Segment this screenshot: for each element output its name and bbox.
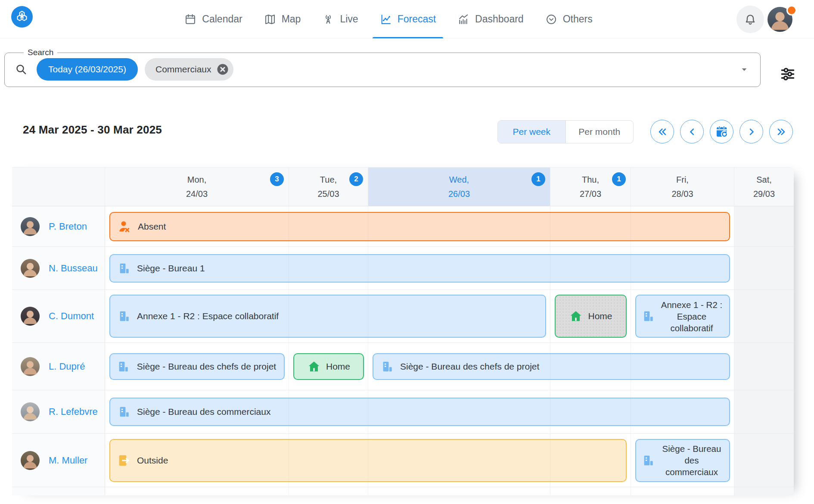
bell-icon: [743, 12, 758, 27]
chip-commerciaux[interactable]: Commerciaux: [145, 58, 233, 81]
chevron-down-circle-icon: [545, 13, 557, 25]
tab-forecast[interactable]: Forecast: [369, 0, 447, 38]
avatar: [21, 259, 40, 278]
tab-dashboard[interactable]: Dashboard: [447, 0, 534, 38]
schedule-bar-office[interactable]: Siège - Bureau des chefs de projet: [109, 353, 285, 380]
first-page-button[interactable]: [650, 120, 674, 143]
chip-label: Commerciaux: [155, 64, 211, 75]
employee-cell: N. Busseau: [12, 247, 105, 289]
search-field[interactable]: Search Today (26/03/2025) Commerciaux: [4, 50, 761, 87]
building-icon: [117, 405, 131, 419]
building-icon: [641, 454, 655, 467]
person-absent-icon: [117, 219, 132, 234]
per-month-button[interactable]: Per month: [566, 121, 634, 143]
day-header-wed-today[interactable]: Wed, 26/03 1: [368, 168, 550, 206]
first-page-icon: [656, 126, 668, 138]
weekend-cell: [734, 290, 794, 342]
advanced-filters-button[interactable]: [778, 65, 797, 84]
per-week-button[interactable]: Per week: [498, 121, 566, 143]
avatar: [21, 402, 40, 421]
notifications-button[interactable]: [736, 6, 764, 33]
employee-link[interactable]: C. Dumont: [49, 311, 94, 322]
tab-others[interactable]: Others: [534, 0, 603, 38]
exit-icon: [117, 454, 131, 467]
home-icon: [307, 360, 321, 373]
schedule-row: N. Busseau Siège - Bureau 1: [12, 247, 794, 290]
employee-cell: R. Lefebvre: [12, 390, 105, 433]
day-cell: [631, 487, 734, 495]
employee-cell: [12, 487, 105, 495]
chip-today[interactable]: Today (26/03/2025): [37, 58, 138, 81]
schedule-bar-home[interactable]: Home: [293, 353, 364, 380]
bar-label: Annexe 1 - R2 : Espace collaboratif: [137, 311, 279, 321]
building-icon: [116, 360, 130, 373]
schedule-bar-office[interactable]: Siège - Bureau 1: [109, 254, 730, 283]
tab-label: Others: [563, 13, 593, 25]
tab-calendar[interactable]: Calendar: [174, 0, 253, 38]
schedule-bar-office[interactable]: Siège - Bureau des chefs de projet: [373, 353, 730, 380]
day-header-tue[interactable]: Tue, 25/03 2: [289, 168, 368, 206]
schedule-bar-office[interactable]: Annexe 1 - R2 : Espace collaboratif: [109, 295, 546, 338]
avatar: [21, 357, 40, 376]
bar-label: Home: [326, 361, 350, 372]
avatar: [21, 307, 40, 326]
map-icon: [264, 13, 276, 25]
bar-label: Absent: [138, 221, 166, 232]
chip-remove-icon[interactable]: [216, 63, 229, 76]
tab-live[interactable]: Live: [311, 0, 369, 38]
day-count-badge: 1: [612, 172, 626, 186]
day-header-thu[interactable]: Thu, 27/03 1: [550, 168, 631, 206]
last-page-button[interactable]: [769, 120, 793, 143]
schedule-bar-office[interactable]: Siège - Bureau des commerciaux: [635, 439, 730, 482]
building-icon: [641, 309, 655, 323]
home-icon: [569, 309, 583, 323]
employee-cell: C. Dumont: [12, 290, 105, 342]
day-cell: [550, 487, 631, 495]
building-icon: [117, 309, 131, 323]
employee-link[interactable]: N. Busseau: [49, 263, 98, 274]
schedule-bar-office[interactable]: Siège - Bureau des commerciaux: [109, 398, 730, 426]
weekend-cell: [734, 434, 794, 487]
date-pager: [650, 120, 793, 143]
employee-cell: M. Muller: [12, 434, 105, 487]
top-nav: Calendar Map Live: [0, 0, 814, 38]
next-week-button[interactable]: [739, 120, 763, 143]
employee-link[interactable]: P. Breton: [49, 221, 87, 232]
view-toggle: Per week Per month: [497, 120, 634, 143]
building-icon: [380, 360, 394, 373]
user-avatar[interactable]: [767, 7, 792, 32]
day-cell: [105, 487, 289, 495]
schedule-bar-outside[interactable]: Outside: [109, 439, 627, 482]
weekend-cell: [734, 487, 794, 495]
employee-link[interactable]: M. Muller: [49, 455, 87, 466]
employee-cell: P. Breton: [12, 206, 105, 246]
calendar-icon: [184, 13, 196, 25]
sliders-icon: [779, 65, 796, 83]
schedule-row: R. Lefebvre Siège - Bureau des commercia…: [12, 390, 794, 434]
previous-week-button[interactable]: [680, 120, 704, 143]
today-button[interactable]: [710, 120, 733, 143]
day-count-badge: 1: [531, 172, 545, 186]
schedule-bar-office[interactable]: Annexe 1 - R2 : Espace collaboratif: [635, 295, 730, 338]
bar-label: Outside: [137, 455, 168, 466]
tab-label: Forecast: [398, 13, 436, 25]
tab-label: Calendar: [202, 13, 242, 25]
employee-link[interactable]: R. Lefebvre: [49, 406, 98, 417]
chip-label: Today (26/03/2025): [48, 64, 126, 75]
weekend-cell: [734, 390, 794, 433]
bar-label: Siège - Bureau des commerciaux: [137, 407, 270, 417]
bar-label: Siège - Bureau 1: [137, 263, 205, 274]
day-header-sat[interactable]: Sat, 29/03: [734, 168, 794, 206]
day-header-mon[interactable]: Mon, 24/03 3: [105, 168, 289, 206]
search-label: Search: [24, 50, 57, 55]
employee-link[interactable]: L. Dupré: [49, 361, 85, 372]
day-count-badge: 2: [349, 172, 363, 186]
day-header-fri[interactable]: Fri, 28/03: [631, 168, 734, 206]
today-calendar-reset-icon: [715, 125, 729, 139]
schedule-bar-home-unavailable[interactable]: Home: [555, 295, 627, 338]
dropdown-caret-icon[interactable]: [739, 64, 750, 75]
main-tabs: Calendar Map Live: [0, 0, 795, 38]
partial-row: [12, 487, 794, 495]
tab-map[interactable]: Map: [253, 0, 312, 38]
schedule-bar-absent[interactable]: Absent: [109, 212, 730, 241]
